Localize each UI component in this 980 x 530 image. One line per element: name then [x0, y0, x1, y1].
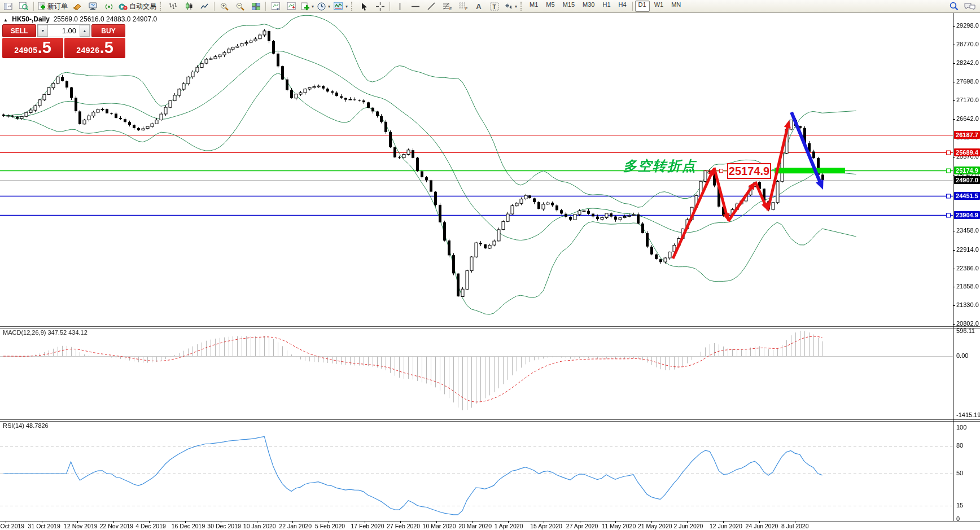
sell-price-pips: .5 — [38, 39, 51, 56]
crosshair-tool[interactable] — [372, 0, 388, 12]
date-tick: 2 Jun 2020 — [673, 523, 703, 529]
chart-window-icon[interactable] — [0, 0, 16, 12]
macd-tick: 0.00 — [956, 352, 968, 359]
price-tick: 27698.0 — [956, 78, 979, 85]
timeframe-m30[interactable]: M30 — [579, 1, 598, 12]
date-tick: 10 Mar 2020 — [423, 523, 456, 529]
date-tick: 27 Feb 2020 — [387, 523, 420, 529]
period-clock-icon[interactable]: ▾ — [316, 0, 332, 12]
price-tick: 21330.0 — [956, 301, 979, 308]
date-tick: 22 Nov 2019 — [100, 523, 134, 529]
price-badge: 26187.7 — [954, 131, 980, 139]
date-tick: 22 Jan 2020 — [279, 523, 312, 529]
chevron-down-icon: ▾ — [515, 4, 517, 9]
turning-point-annotation[interactable]: 多空转折点 — [623, 157, 697, 175]
chevron-down-icon: ▾ — [328, 4, 330, 9]
eraser-icon[interactable] — [69, 0, 85, 12]
indicator-properties-icon[interactable] — [283, 0, 299, 12]
fibonacci-tool[interactable]: E — [439, 0, 455, 12]
chart-window: ▲ HK50-,Daily 25569.0 25616.0 24883.0 24… — [0, 13, 980, 530]
price-tick: 22914.0 — [956, 246, 979, 253]
volume-decrease-button[interactable]: ▼ — [38, 25, 48, 37]
rsi-tick: 100 — [956, 424, 966, 431]
add-indicator-button[interactable]: ▾ — [299, 0, 316, 12]
svg-text:F: F — [465, 7, 467, 11]
autotrade-button[interactable]: 自动交易 — [117, 0, 158, 12]
trendline-tool[interactable] — [423, 0, 439, 12]
expert-advisor-icon[interactable] — [85, 0, 101, 12]
date-tick: 16 Dec 2019 — [172, 523, 205, 529]
buy-button[interactable]: BUY — [91, 24, 125, 37]
date-tick: 21 May 2020 — [638, 523, 672, 529]
profiles-icon[interactable] — [16, 0, 32, 12]
timeframe-w1[interactable]: W1 — [651, 1, 667, 12]
ohlc-values: 25569.0 25616.0 24883.0 24907.0 — [54, 15, 158, 23]
timeframe-mn[interactable]: MN — [668, 1, 684, 12]
svg-text:T: T — [493, 3, 496, 10]
timeframe-m1[interactable]: M1 — [526, 1, 541, 12]
timeframe-h1[interactable]: H1 — [599, 1, 614, 12]
svg-text:E: E — [449, 7, 452, 11]
arrows-tool[interactable]: ▾ — [502, 0, 519, 12]
price-tick: 21858.0 — [956, 283, 979, 290]
tile-windows-icon[interactable] — [248, 0, 264, 12]
price-badge: 23904.9 — [954, 211, 980, 219]
date-tick: 10 Jan 2020 — [243, 523, 276, 529]
grid-tool[interactable]: F — [455, 0, 471, 12]
price-tick: 20802.0 — [956, 320, 979, 327]
buy-price-main: 24926 — [76, 46, 99, 55]
autotrade-label: 自动交易 — [129, 2, 156, 11]
line-chart-icon[interactable] — [196, 0, 212, 12]
new-order-label: 新订单 — [47, 2, 68, 11]
chart-template-icon[interactable]: ▾ — [332, 0, 349, 12]
vertical-line-tool[interactable] — [392, 0, 408, 12]
bar-chart-icon[interactable] — [165, 0, 181, 12]
cursor-tool[interactable] — [356, 0, 372, 12]
rsi-tick: 0 — [956, 515, 960, 522]
price-tick: 28770.0 — [956, 41, 979, 47]
new-order-button[interactable]: 新订单 — [36, 0, 69, 12]
collapse-icon[interactable]: ▲ — [3, 17, 8, 23]
text-label-tool[interactable]: T — [487, 0, 502, 12]
price-tick: 27170.0 — [956, 97, 979, 103]
date-tick: 1 Apr 2020 — [495, 523, 523, 529]
date-tick: 21 Oct 2019 — [0, 523, 24, 529]
price-label-annotation[interactable]: 25174.9 — [727, 163, 771, 179]
timeframe-m15[interactable]: M15 — [559, 1, 578, 12]
timeframe-d1[interactable]: D1 — [635, 1, 650, 12]
macd-label: MACD(12,26,9) 347.52 434.12 — [3, 329, 88, 336]
timeframe-bar: M1M5M15M30H1H4D1W1MN — [526, 1, 685, 12]
sell-price[interactable]: 24905 .5 — [2, 38, 63, 58]
macd-tick: 596.11 — [956, 327, 975, 334]
mt4-terminal: { "toolbar": { "new_order_label": "新订单",… — [0, 0, 980, 530]
date-tick: 31 Oct 2019 — [28, 523, 60, 529]
chat-icon[interactable] — [964, 2, 975, 11]
horizontal-line-tool[interactable] — [408, 0, 423, 12]
date-tick: 12 Nov 2019 — [64, 523, 98, 529]
timeframe-m5[interactable]: M5 — [542, 1, 558, 12]
price-tick: 26642.0 — [956, 115, 979, 122]
volume-value[interactable]: 1.00 — [48, 25, 80, 37]
sell-price-main: 24905 — [14, 46, 37, 55]
price-chart-canvas[interactable] — [0, 13, 980, 530]
price-tick: 29298.0 — [956, 22, 979, 29]
price-badge: 25689.4 — [954, 148, 980, 156]
sell-button[interactable]: SELL — [2, 24, 36, 37]
rsi-tick: 50 — [956, 470, 963, 476]
search-icon[interactable] — [950, 2, 959, 11]
signals-icon[interactable] — [101, 0, 117, 12]
text-tool[interactable]: A — [471, 0, 487, 12]
zoom-out-icon[interactable] — [232, 0, 248, 12]
zoom-in-icon[interactable] — [216, 0, 232, 12]
candlestick-chart-icon[interactable] — [181, 0, 196, 12]
macd-tick: -1415.19 — [956, 411, 980, 418]
volume-stepper: ▼ 1.00 ▲ — [37, 24, 90, 37]
date-tick: 15 Apr 2020 — [530, 523, 562, 529]
date-tick: 5 Feb 2020 — [315, 523, 345, 529]
volume-increase-button[interactable]: ▲ — [80, 25, 90, 37]
timeframe-h4[interactable]: H4 — [615, 1, 630, 12]
buy-price-pips: .5 — [100, 39, 113, 56]
rsi-tick: 15 — [956, 502, 963, 509]
buy-price[interactable]: 24926 .5 — [64, 38, 125, 58]
indicator-window-icon[interactable] — [268, 0, 283, 12]
